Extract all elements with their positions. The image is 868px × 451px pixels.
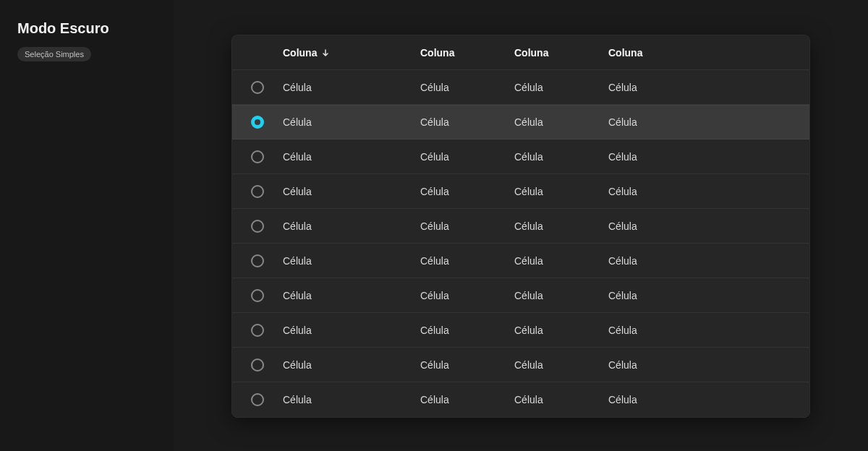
- row-select-radio[interactable]: [251, 150, 264, 163]
- table-cell: Célula: [420, 220, 514, 232]
- table-cell: Célula: [420, 116, 514, 128]
- table-row[interactable]: CélulaCélulaCélulaCélula: [232, 348, 809, 382]
- row-select-radio[interactable]: [251, 289, 264, 302]
- table-cell: Célula: [283, 151, 420, 163]
- table-cell: Célula: [608, 255, 809, 267]
- row-select-radio[interactable]: [251, 324, 264, 337]
- column-header-label: Coluna: [514, 47, 548, 59]
- radio-cell: [232, 150, 283, 163]
- table-cell: Célula: [514, 290, 608, 301]
- radio-cell: [232, 116, 283, 129]
- row-select-radio[interactable]: [251, 116, 264, 129]
- table-cell: Célula: [420, 82, 514, 93]
- table-cell: Célula: [608, 116, 809, 128]
- table-cell: Célula: [283, 116, 420, 128]
- table-cell: Célula: [514, 394, 608, 405]
- row-select-radio[interactable]: [251, 185, 264, 198]
- column-header-label: Coluna: [283, 47, 317, 59]
- column-header-2[interactable]: Coluna: [514, 47, 608, 59]
- radio-cell: [232, 81, 283, 94]
- table-body: CélulaCélulaCélulaCélulaCélulaCélulaCélu…: [232, 70, 809, 417]
- selection-mode-chip[interactable]: Seleção Simples: [17, 47, 91, 61]
- radio-cell: [232, 324, 283, 337]
- table-cell: Célula: [420, 290, 514, 301]
- table-cell: Célula: [283, 255, 420, 267]
- column-header-0[interactable]: Coluna: [283, 47, 420, 59]
- table-cell: Célula: [420, 394, 514, 405]
- table-cell: Célula: [420, 255, 514, 267]
- row-select-radio[interactable]: [251, 254, 264, 267]
- table-cell: Célula: [283, 359, 420, 371]
- table-cell: Célula: [514, 255, 608, 267]
- table-cell: Célula: [608, 325, 809, 336]
- radio-cell: [232, 185, 283, 198]
- table-cell: Célula: [608, 220, 809, 232]
- table-cell: Célula: [283, 394, 420, 405]
- page-title: Modo Escuro: [17, 20, 156, 37]
- table-cell: Célula: [608, 394, 809, 405]
- column-header-3[interactable]: Coluna: [608, 47, 809, 59]
- radio-cell: [232, 289, 283, 302]
- sidebar: Modo Escuro Seleção Simples: [0, 0, 174, 451]
- table-cell: Célula: [514, 82, 608, 93]
- row-select-radio[interactable]: [251, 220, 264, 233]
- table-cell: Célula: [420, 359, 514, 371]
- row-select-radio[interactable]: [251, 81, 264, 94]
- radio-cell: [232, 254, 283, 267]
- column-header-1[interactable]: Coluna: [420, 47, 514, 59]
- table-cell: Célula: [283, 325, 420, 336]
- radio-cell: [232, 358, 283, 371]
- main-content: Coluna Coluna Coluna Coluna CélulaCélula…: [174, 0, 868, 451]
- table-cell: Célula: [283, 82, 420, 93]
- table-row[interactable]: CélulaCélulaCélulaCélula: [232, 139, 809, 174]
- row-select-radio[interactable]: [251, 393, 264, 406]
- table-cell: Célula: [514, 151, 608, 163]
- table-row[interactable]: CélulaCélulaCélulaCélula: [232, 174, 809, 209]
- table-cell: Célula: [514, 359, 608, 371]
- table-cell: Célula: [608, 82, 809, 93]
- radio-cell: [232, 393, 283, 406]
- table-cell: Célula: [283, 220, 420, 232]
- sort-descending-icon: [321, 48, 330, 57]
- table-header-row: Coluna Coluna Coluna Coluna: [232, 35, 809, 70]
- table-cell: Célula: [420, 186, 514, 197]
- row-select-radio[interactable]: [251, 358, 264, 371]
- table-row[interactable]: CélulaCélulaCélulaCélula: [232, 278, 809, 313]
- table-cell: Célula: [283, 186, 420, 197]
- table-row[interactable]: CélulaCélulaCélulaCélula: [232, 70, 809, 105]
- table-row[interactable]: CélulaCélulaCélulaCélula: [232, 313, 809, 348]
- table-cell: Célula: [514, 116, 608, 128]
- table-cell: Célula: [283, 290, 420, 301]
- table-row[interactable]: CélulaCélulaCélulaCélula: [232, 244, 809, 278]
- table-cell: Célula: [514, 186, 608, 197]
- table-cell: Célula: [608, 359, 809, 371]
- table-cell: Célula: [420, 151, 514, 163]
- table-row[interactable]: CélulaCélulaCélulaCélula: [232, 209, 809, 244]
- radio-cell: [232, 220, 283, 233]
- table-cell: Célula: [514, 325, 608, 336]
- table-row[interactable]: CélulaCélulaCélulaCélula: [232, 105, 809, 139]
- table-cell: Célula: [608, 186, 809, 197]
- data-table: Coluna Coluna Coluna Coluna CélulaCélula…: [231, 35, 810, 418]
- table-cell: Célula: [608, 151, 809, 163]
- table-cell: Célula: [420, 325, 514, 336]
- table-cell: Célula: [608, 290, 809, 301]
- table-cell: Célula: [514, 220, 608, 232]
- column-header-label: Coluna: [420, 47, 454, 59]
- column-header-label: Coluna: [608, 47, 642, 59]
- table-row[interactable]: CélulaCélulaCélulaCélula: [232, 382, 809, 417]
